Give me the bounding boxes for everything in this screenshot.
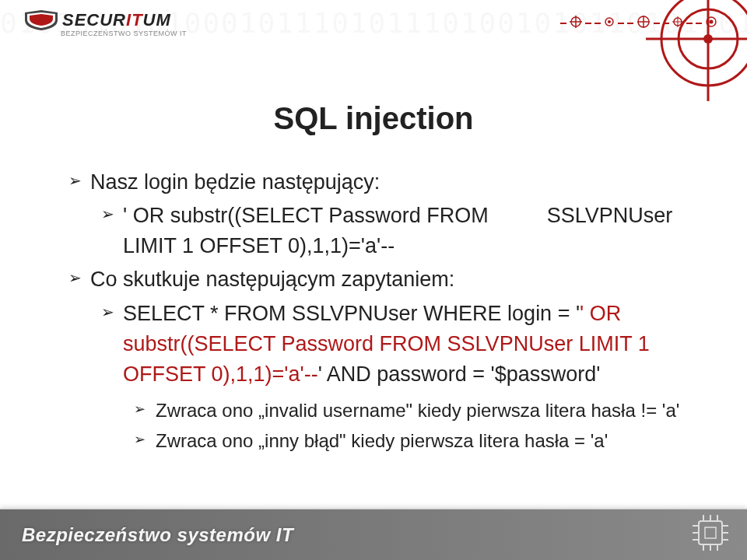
target-icon — [570, 16, 582, 31]
svg-point-9 — [608, 20, 611, 23]
bullet-1: ➢ Nasz login będzie następujący: — [68, 167, 694, 198]
logo-subtitle: BEZPIECZEŃSTWO SYSTEMÓW IT — [61, 30, 187, 37]
target-icon — [672, 16, 683, 30]
svg-point-17 — [710, 20, 714, 24]
footer: Bezpieczeństwo systemów IT — [0, 509, 747, 560]
bullet-4: ➢ SELECT * FROM SSLVPNUser WHERE login =… — [101, 299, 694, 390]
footer-title: Bezpieczeństwo systemów IT — [22, 524, 293, 546]
bullet-3: ➢ Co skutkuje następującym zapytaniem: — [68, 264, 694, 295]
topbar: SECURITUM BEZPIECZEŃSTWO SYSTEMÓW IT — [0, 9, 747, 37]
svg-rect-18 — [699, 521, 722, 544]
svg-rect-19 — [705, 527, 716, 538]
logo-text: SECURITUM — [62, 10, 171, 30]
bullet-5: ➢ Zwraca ono „invalid username" kiedy pi… — [134, 397, 694, 425]
chevron-icon: ➢ — [68, 167, 90, 198]
chevron-icon: ➢ — [101, 299, 123, 390]
content-area: ➢ Nasz login będzie następujący: ➢ ' OR … — [68, 167, 694, 458]
target-icon — [604, 16, 615, 30]
shield-icon — [23, 9, 59, 31]
target-row — [560, 15, 717, 32]
bullet-6: ➢ Zwraca ono „inny błąd" kiedy pierwsza … — [134, 428, 694, 455]
chevron-icon: ➢ — [101, 201, 123, 261]
chevron-icon: ➢ — [134, 397, 156, 425]
chevron-icon: ➢ — [134, 428, 156, 455]
slide-title: SQL injection — [0, 101, 747, 136]
slide: 0101010101000101110101110100101011010110… — [0, 0, 747, 560]
chevron-icon: ➢ — [68, 264, 90, 295]
chip-icon — [689, 512, 731, 554]
target-icon — [705, 16, 717, 31]
logo: SECURITUM BEZPIECZEŃSTWO SYSTEMÓW IT — [23, 9, 187, 37]
bullet-2: ➢ ' OR substr((SELECT Password FROM SSLV… — [101, 201, 694, 261]
target-icon — [637, 15, 651, 32]
